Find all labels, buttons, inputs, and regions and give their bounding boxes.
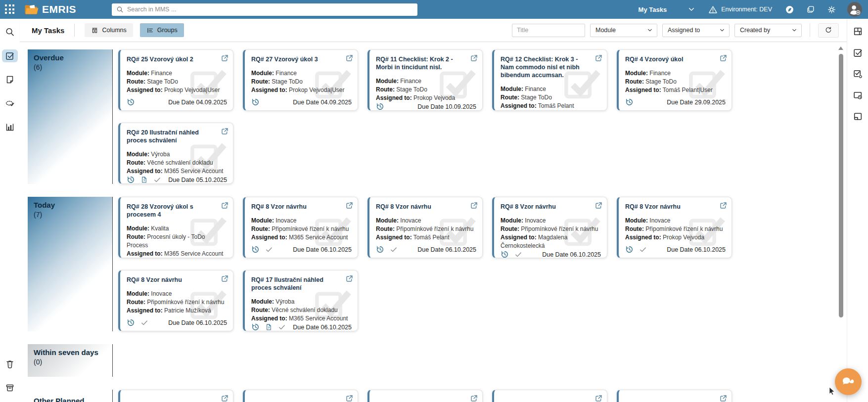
task-card[interactable]: RQ# 4 Vzorový úkolModule: FinanceRoute: … — [617, 49, 732, 111]
history-icon[interactable] — [376, 102, 384, 111]
task-card[interactable] — [492, 390, 607, 402]
task-card[interactable]: RQ# 27 Vzorový úkol 3Module: FinanceRout… — [243, 49, 358, 111]
created-by-filter-select[interactable]: Created by — [734, 24, 802, 37]
open-task-icon[interactable] — [345, 274, 354, 283]
pages-icon[interactable] — [806, 5, 815, 14]
task-card[interactable]: RQ# 11 Checklist: Krok 2 - Morbi in tinc… — [367, 49, 483, 111]
rail-item-task-sync-icon[interactable] — [850, 67, 866, 80]
task-card-footer: ?Due Date 06.10.2025 — [251, 323, 352, 331]
scrollbar-thumb[interactable] — [839, 54, 843, 317]
open-task-icon[interactable] — [220, 394, 229, 402]
open-task-icon[interactable] — [220, 274, 229, 283]
task-card[interactable]: RQ# 20 Ilustrační náhled proces schválen… — [118, 123, 233, 184]
columns-button[interactable]: Columns — [85, 23, 133, 37]
gear-icon[interactable] — [827, 5, 836, 14]
open-task-icon[interactable] — [719, 394, 728, 402]
check-icon[interactable] — [514, 250, 522, 258]
open-task-icon[interactable] — [469, 201, 479, 210]
check-icon[interactable] — [278, 323, 286, 331]
task-card-fields: Module: VýrobaRoute: Věcné schválení dok… — [127, 150, 227, 176]
field-route: Route: Připomínkové řízení k návrhu — [251, 225, 352, 233]
document-icon[interactable]: ? — [265, 323, 273, 331]
task-card[interactable]: RQ# 17 Ilustrační náhled proces schválen… — [243, 270, 358, 331]
topbar-nav-title[interactable]: My Tasks — [639, 6, 667, 13]
document-icon[interactable]: ? — [140, 176, 148, 184]
open-task-icon[interactable] — [220, 201, 229, 210]
task-card[interactable] — [243, 390, 358, 402]
rail-item-task-check-icon[interactable] — [850, 46, 866, 59]
open-task-icon[interactable] — [469, 394, 479, 402]
module-filter-select[interactable]: Module — [590, 24, 657, 37]
rail-item-approval-stamp-icon[interactable] — [2, 97, 18, 110]
svg-text:?: ? — [143, 179, 145, 182]
history-icon[interactable] — [625, 245, 634, 254]
history-icon[interactable] — [251, 323, 260, 331]
rail-item-card-clock-icon[interactable] — [850, 89, 866, 101]
rail-item-archive-icon[interactable] — [2, 381, 18, 394]
open-task-icon[interactable] — [345, 201, 354, 210]
open-task-icon[interactable] — [594, 394, 603, 402]
history-icon[interactable] — [127, 318, 135, 327]
check-icon[interactable] — [390, 245, 398, 254]
svg-text:?: ? — [268, 326, 270, 329]
history-icon[interactable] — [625, 98, 634, 106]
rail-item-bar-chart-icon[interactable] — [2, 121, 18, 134]
task-card[interactable]: RQ# 8 Vzor návrhuModule: InovaceRoute: P… — [243, 197, 358, 258]
history-icon[interactable] — [251, 98, 260, 106]
task-card[interactable]: RQ# 12 Checklist: Krok 3 - Nam commodo n… — [492, 49, 607, 111]
task-card[interactable]: RQ# 28 Vzorový úkol s procesem 4Module: … — [118, 197, 233, 258]
global-search-input[interactable] — [127, 6, 413, 13]
rail-item-tasks-icon[interactable] — [2, 49, 18, 62]
task-card[interactable]: RQ# 8 Vzor návrhuModule: InovaceRoute: P… — [118, 270, 233, 331]
app-launcher-icon[interactable] — [4, 3, 16, 15]
task-sync-icon — [853, 69, 863, 79]
global-search[interactable] — [112, 3, 417, 16]
field-label: Route: — [127, 299, 145, 306]
open-task-icon[interactable] — [220, 53, 229, 63]
rail-item-trash-icon[interactable] — [2, 357, 18, 370]
open-task-icon[interactable] — [220, 127, 229, 136]
chevron-down-icon — [719, 27, 725, 33]
check-icon[interactable] — [265, 245, 273, 254]
check-icon[interactable] — [153, 176, 161, 184]
history-icon[interactable] — [501, 110, 509, 111]
task-card[interactable] — [367, 390, 483, 402]
check-icon[interactable] — [639, 245, 647, 254]
user-avatar[interactable] — [847, 2, 862, 17]
task-card[interactable] — [118, 390, 233, 402]
assigned-to-filter-select[interactable]: Assigned to — [662, 24, 730, 37]
open-task-icon[interactable] — [719, 53, 728, 63]
field-value: Prokop Vejvoda — [412, 94, 455, 101]
chevron-down-icon[interactable] — [687, 5, 695, 13]
open-task-icon[interactable] — [594, 201, 603, 210]
open-task-icon[interactable] — [345, 53, 354, 63]
open-task-icon[interactable] — [719, 201, 728, 210]
history-icon[interactable] — [376, 245, 384, 254]
chat-fab-button[interactable] — [835, 368, 862, 395]
history-icon[interactable] — [127, 98, 135, 106]
check-icon[interactable] — [140, 318, 148, 327]
task-card[interactable]: RQ# 25 Vzorový úkol 2Module: FinanceRout… — [118, 49, 233, 111]
task-card-title: RQ# 28 Vzorový úkol s procesem 4 — [127, 203, 227, 219]
rail-item-note-icon[interactable] — [2, 73, 18, 86]
task-card[interactable]: RQ# 8 Vzor návrhuModule: InovaceRoute: P… — [492, 197, 607, 258]
task-card[interactable]: RQ# 8 Vzor návrhuModule: InovaceRoute: P… — [367, 197, 483, 258]
field-label: Assigned to: — [251, 315, 287, 322]
history-icon[interactable] — [127, 176, 135, 184]
refresh-button[interactable] — [818, 23, 839, 38]
app-badge-icon[interactable] — [785, 5, 794, 14]
rail-item-layout-panel-icon[interactable] — [850, 110, 866, 123]
scrollbar-up-arrow[interactable] — [838, 46, 843, 50]
groups-button[interactable]: Groups — [140, 23, 184, 37]
open-task-icon[interactable] — [345, 394, 354, 402]
task-card[interactable]: RQ# 8 Vzor návrhuModule: InovaceRoute: P… — [617, 197, 732, 258]
title-filter-input[interactable] — [512, 24, 585, 37]
task-card[interactable] — [617, 390, 732, 402]
history-icon[interactable] — [251, 245, 260, 254]
open-task-icon[interactable] — [469, 53, 479, 63]
open-task-icon[interactable] — [594, 53, 603, 63]
history-icon[interactable] — [501, 250, 509, 258]
rail-item-dashboard-grid-icon[interactable] — [850, 25, 866, 38]
rail-item-search-icon[interactable] — [2, 26, 18, 39]
app-logo[interactable]: EMRIS — [24, 3, 76, 15]
